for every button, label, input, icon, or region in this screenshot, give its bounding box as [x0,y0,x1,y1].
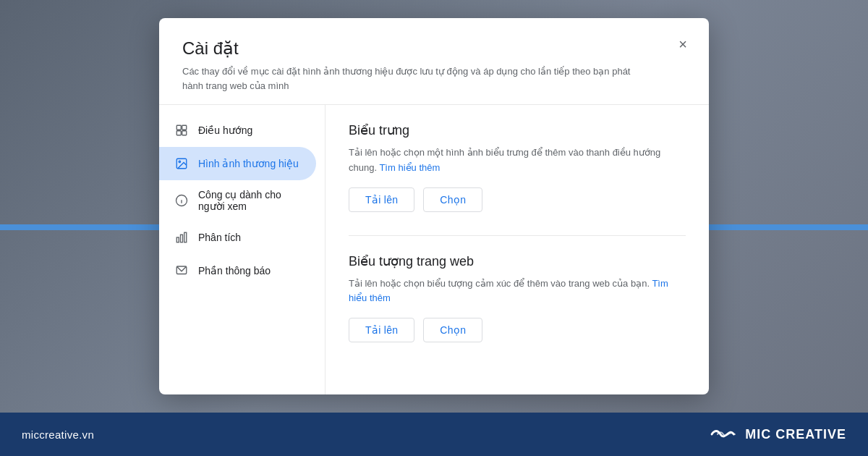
dialog-main-content: Biểu trưng Tải lên hoặc chọn một hình ản… [326,105,709,394]
nav-label-navigation: Điều hướng [198,124,252,136]
logo-upload-button[interactable]: Tải lên [349,187,414,212]
favicon-upload-button[interactable]: Tải lên [349,318,414,342]
section-divider [349,235,686,236]
logo-learn-more-link[interactable]: Tìm hiểu thêm [379,162,440,173]
svg-rect-0 [176,125,181,130]
favicon-btn-group: Tải lên Chọn [349,318,686,342]
svg-rect-3 [182,131,187,135]
footer-brand: MIC CREATIVE [709,424,846,444]
favicon-select-button[interactable]: Chọn [423,318,482,342]
nav-item-analytics[interactable]: Phân tích [159,221,316,254]
svg-rect-1 [182,125,187,130]
svg-rect-11 [184,232,187,242]
chart-icon [174,229,190,245]
dialog-body: Điều hướng Hình ảnh thương hiệu [159,105,709,394]
nav-item-notifications[interactable]: Phần thông báo [159,254,316,287]
logo-btn-group: Tải lên Chọn [349,187,686,212]
logo-select-button[interactable]: Chọn [423,187,482,212]
favicon-section: Biểu tượng trang web Tải lên hoặc chọn b… [349,253,686,343]
dialog-title: Cài đặt [182,38,686,59]
svg-rect-10 [181,235,183,242]
nav-item-viewer-tools[interactable]: Công cụ dành cho người xem [159,180,316,221]
dialog-subtitle: Các thay đổi về mục cài đặt hình ảnh thư… [182,64,631,93]
info-icon [174,193,190,208]
footer-domain: miccreative.vn [22,428,94,441]
dialog-backdrop: Cài đặt Các thay đổi về mục cài đặt hình… [0,0,868,413]
svg-rect-2 [176,131,181,135]
favicon-desc-text: Tải lên hoặc chọn biểu tượng cảm xúc để … [349,278,652,289]
nav-label-brand-image: Hình ảnh thương hiệu [198,158,299,169]
favicon-section-desc: Tải lên hoặc chọn biểu tượng cảm xúc để … [349,276,686,307]
logo-section-title: Biểu trưng [349,122,686,138]
nav-label-analytics: Phân tích [198,232,241,243]
settings-nav: Điều hướng Hình ảnh thương hiệu [159,105,326,394]
svg-point-5 [179,161,180,162]
logo-section-desc: Tải lên hoặc chọn một hình ảnh biểu trưn… [349,145,686,176]
settings-dialog: Cài đặt Các thay đổi về mục cài đặt hình… [159,18,709,394]
close-button[interactable]: × [671,33,694,56]
footer-logo-icon [709,424,738,444]
nav-item-brand-image[interactable]: Hình ảnh thương hiệu [159,147,316,180]
notification-icon [174,263,190,279]
logo-section: Biểu trưng Tải lên hoặc chọn một hình ản… [349,122,686,212]
footer-brand-name: MIC CREATIVE [745,427,846,442]
nav-item-navigation[interactable]: Điều hướng [159,114,316,147]
image-icon [174,156,190,172]
nav-label-viewer-tools: Công cụ dành cho người xem [198,189,302,212]
footer: miccreative.vn MIC CREATIVE [0,413,868,456]
nav-label-notifications: Phần thông báo [198,265,271,276]
dialog-header: Cài đặt Các thay đổi về mục cài đặt hình… [159,18,709,105]
svg-rect-9 [176,237,179,242]
nav-icon [174,122,190,138]
favicon-section-title: Biểu tượng trang web [349,253,686,269]
